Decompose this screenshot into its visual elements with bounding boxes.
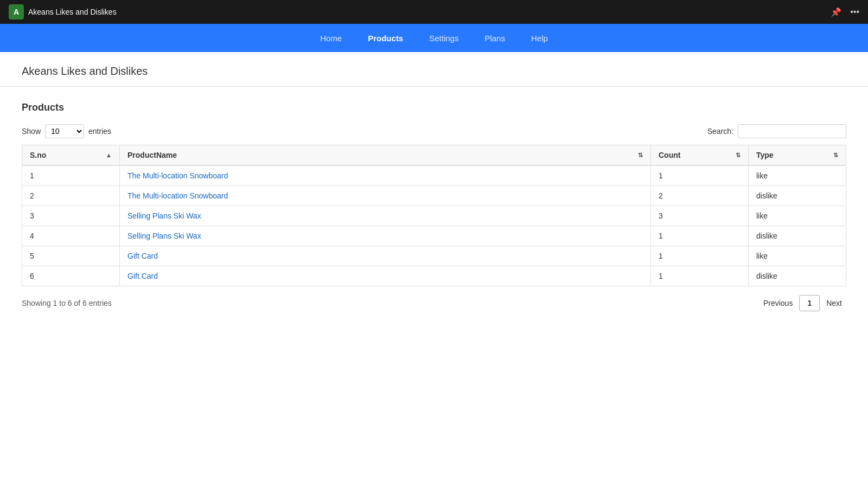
show-entries: Show 10 25 50 100 entries (22, 124, 111, 138)
product-link[interactable]: The Multi-location Snowboard (127, 171, 228, 180)
search-label: Search: (707, 127, 733, 136)
data-table: S.no ▲ ProductName ⇅ Count ⇅ (22, 145, 846, 286)
cell-type: dislike (749, 266, 846, 286)
cell-sno: 3 (22, 206, 120, 226)
cell-count: 3 (651, 206, 749, 226)
product-link[interactable]: Selling Plans Ski Wax (127, 232, 201, 240)
table-row: 6 Gift Card 1 dislike (22, 266, 846, 286)
sort-icon-sno: ▲ (106, 152, 112, 158)
main-content: Products Show 10 25 50 100 entries Searc… (0, 87, 868, 326)
pagination-summary: Showing 1 to 6 of 6 entries (22, 299, 112, 307)
product-link[interactable]: Selling Plans Ski Wax (127, 211, 201, 220)
cell-sno: 4 (22, 226, 120, 246)
next-button[interactable]: Next (822, 296, 846, 311)
cell-count: 1 (651, 226, 749, 246)
table-row: 2 The Multi-location Snowboard 2 dislike (22, 186, 846, 206)
table-body: 1 The Multi-location Snowboard 1 like 2 … (22, 165, 846, 286)
cell-count: 1 (651, 246, 749, 266)
sort-icon-productname: ⇅ (638, 152, 643, 159)
page-title: Akeans Likes and Dislikes (22, 65, 846, 78)
page-header: Akeans Likes and Dislikes (0, 52, 868, 87)
nav-item-help[interactable]: Help (527, 31, 552, 45)
table-header-row: S.no ▲ ProductName ⇅ Count ⇅ (22, 145, 846, 166)
cell-type: dislike (749, 226, 846, 246)
cell-count: 1 (651, 165, 749, 186)
table-row: 5 Gift Card 1 like (22, 246, 846, 266)
cell-count: 2 (651, 186, 749, 206)
product-link[interactable]: Gift Card (127, 272, 158, 280)
nav-item-home[interactable]: Home (316, 31, 346, 45)
app-title: Akeans Likes and Dislikes (28, 8, 117, 16)
col-header-sno[interactable]: S.no ▲ (22, 145, 120, 166)
col-header-type[interactable]: Type ⇅ (749, 145, 846, 166)
col-header-productname[interactable]: ProductName ⇅ (120, 145, 651, 166)
cell-productname: Gift Card (120, 266, 651, 286)
page-1-button[interactable]: 1 (799, 295, 820, 311)
top-bar: A Akeans Likes and Dislikes 📌 ••• (0, 0, 868, 24)
section-title: Products (22, 102, 846, 113)
cell-type: like (749, 165, 846, 186)
cell-productname: Selling Plans Ski Wax (120, 206, 651, 226)
cell-type: dislike (749, 186, 846, 206)
entries-select[interactable]: 10 25 50 100 (45, 124, 84, 138)
previous-button[interactable]: Previous (759, 296, 797, 311)
top-bar-left: A Akeans Likes and Dislikes (9, 4, 117, 20)
show-label: Show (22, 127, 41, 136)
cell-type: like (749, 206, 846, 226)
cell-sno: 1 (22, 165, 120, 186)
cell-sno: 2 (22, 186, 120, 206)
table-row: 3 Selling Plans Ski Wax 3 like (22, 206, 846, 226)
nav-item-products[interactable]: Products (363, 31, 407, 45)
pagination-bar: Showing 1 to 6 of 6 entries Previous 1 N… (22, 295, 846, 311)
table-row: 1 The Multi-location Snowboard 1 like (22, 165, 846, 186)
nav-item-settings[interactable]: Settings (425, 31, 463, 45)
cell-productname: The Multi-location Snowboard (120, 186, 651, 206)
search-input[interactable] (738, 124, 846, 138)
cell-productname: The Multi-location Snowboard (120, 165, 651, 186)
cell-count: 1 (651, 266, 749, 286)
more-icon[interactable]: ••• (850, 7, 859, 17)
sort-icon-type: ⇅ (833, 152, 838, 159)
app-icon: A (9, 4, 24, 20)
top-bar-right: 📌 ••• (831, 7, 859, 17)
table-controls: Show 10 25 50 100 entries Search: (22, 124, 846, 138)
pin-icon[interactable]: 📌 (831, 7, 841, 17)
product-link[interactable]: Gift Card (127, 252, 158, 260)
nav-bar: Home Products Settings Plans Help (0, 24, 868, 52)
pagination-controls: Previous 1 Next (759, 295, 846, 311)
product-link[interactable]: The Multi-location Snowboard (127, 191, 228, 200)
nav-item-plans[interactable]: Plans (480, 31, 509, 45)
cell-sno: 6 (22, 266, 120, 286)
col-header-count[interactable]: Count ⇅ (651, 145, 749, 166)
sort-icon-count: ⇅ (736, 152, 741, 159)
cell-productname: Selling Plans Ski Wax (120, 226, 651, 246)
search-box: Search: (707, 124, 846, 138)
cell-productname: Gift Card (120, 246, 651, 266)
entries-label: entries (88, 127, 111, 136)
table-row: 4 Selling Plans Ski Wax 1 dislike (22, 226, 846, 246)
cell-sno: 5 (22, 246, 120, 266)
cell-type: like (749, 246, 846, 266)
